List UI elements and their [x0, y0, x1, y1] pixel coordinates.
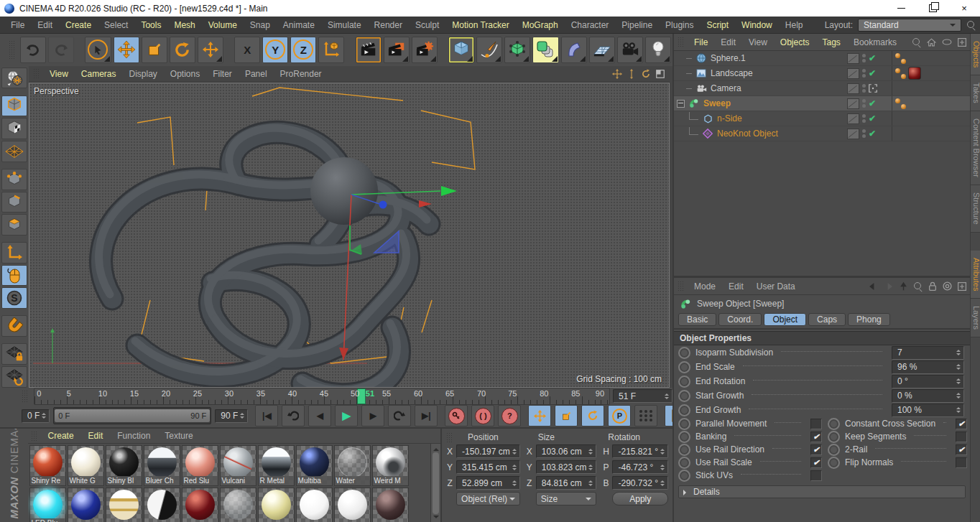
am-menu-userdata[interactable]: User Data [751, 281, 801, 292]
om-search-icon[interactable] [912, 37, 921, 47]
coordinate-system-button[interactable] [318, 37, 344, 63]
arrow-up-icon[interactable] [900, 281, 907, 291]
render-view-button[interactable] [356, 37, 382, 63]
goto-end-button[interactable]: ▶| [415, 405, 438, 427]
end-growth-field[interactable]: 100 % [892, 404, 964, 417]
material-menu-texture[interactable]: Texture [158, 431, 199, 441]
move-tool-button[interactable] [114, 37, 139, 63]
material-tile[interactable]: Bluer Ch [144, 445, 180, 486]
minimize-button[interactable] [885, 0, 917, 17]
object-row-nside[interactable]: n-Side ✔ [674, 111, 970, 126]
end-rotation-field[interactable]: 0 ° [892, 375, 964, 388]
add-camera-button[interactable] [617, 37, 643, 63]
anim-knob[interactable] [678, 431, 690, 443]
tab-basic[interactable]: Basic [678, 313, 716, 326]
tab-coord[interactable]: Coord. [718, 313, 762, 326]
keep-segments-checkbox[interactable] [956, 432, 967, 442]
visibility-dots[interactable] [862, 69, 866, 78]
key-parameter-toggle[interactable]: P [608, 405, 631, 427]
use-rail-scale-checkbox[interactable]: ✔ [810, 457, 822, 468]
eye-icon[interactable] [942, 39, 952, 45]
redo-button[interactable] [48, 37, 74, 63]
material-tile[interactable]: Vulcani [220, 445, 256, 486]
autokey-button[interactable]: ( ) [471, 405, 494, 427]
flip-normals-checkbox[interactable] [956, 457, 967, 468]
tab-structure[interactable]: Structure [971, 185, 980, 233]
size-x-field[interactable]: 103.06 cm [536, 444, 597, 458]
enabled-check-icon[interactable]: ✔ [869, 98, 876, 108]
menu-tools[interactable]: Tools [134, 20, 167, 30]
menu-create[interactable]: Create [59, 20, 98, 30]
end-scale-field[interactable]: 96 % [892, 360, 964, 374]
preview-range-slider[interactable]: 0 F 90 F [53, 407, 211, 424]
range-end-field[interactable]: 90 F [215, 409, 248, 423]
tab-attributes[interactable]: Attributes [971, 251, 980, 299]
rotation-b-field[interactable]: -290.732 ° [612, 476, 668, 490]
anim-knob[interactable] [678, 404, 690, 416]
am-menu-mode[interactable]: Mode [688, 281, 721, 292]
material-drag-handle[interactable] [31, 431, 38, 441]
material-tile[interactable] [372, 488, 409, 522]
home-icon[interactable] [927, 38, 936, 47]
x-axis-lock-button[interactable]: X [234, 37, 260, 63]
edit-toggle[interactable] [847, 129, 859, 139]
om-menu-file[interactable]: File [688, 37, 713, 47]
add-cube-button[interactable] [448, 37, 474, 63]
om-menu-view[interactable]: View [743, 37, 773, 47]
add-floor-button[interactable] [589, 37, 615, 63]
keyframe-selection-button[interactable]: ? [498, 405, 521, 427]
position-y-field[interactable]: 315.415 cm [456, 460, 520, 474]
material-tile[interactable]: Water [334, 445, 371, 486]
rotation-h-field[interactable]: -215.821 ° [612, 444, 668, 458]
viewport-menu-options[interactable]: Options [165, 69, 205, 79]
collapse-toggle-icon[interactable] [677, 100, 685, 108]
size-z-field[interactable]: 84.816 cm [536, 476, 597, 490]
history-forward-icon[interactable] [884, 282, 894, 291]
position-z-field[interactable]: 52.899 cm [456, 476, 520, 490]
material-tile[interactable] [144, 488, 180, 522]
texture-mode-button[interactable] [1, 118, 27, 139]
add-panel-icon[interactable] [958, 38, 966, 47]
rotate-view-icon[interactable] [641, 69, 651, 79]
tab-layers[interactable]: Layers [971, 299, 980, 337]
timeline-ruler[interactable]: 0 5 10 15 20 25 30 35 40 45 50 51 55 60 … [34, 388, 610, 405]
undo-button[interactable] [20, 37, 46, 63]
current-frame-field[interactable]: 51 F [613, 389, 672, 403]
toolbar-drag-handle[interactable] [9, 40, 16, 59]
anim-knob[interactable] [828, 444, 840, 456]
key-scale-toggle[interactable] [555, 405, 578, 427]
menu-motion-tracker[interactable]: Motion Tracker [445, 20, 515, 30]
coordinate-mode-dropdown[interactable]: Object (Rel) [456, 492, 520, 505]
tab-objects[interactable]: Objects [971, 34, 980, 75]
next-key-button[interactable] [388, 405, 411, 427]
z-axis-lock-button[interactable]: Z [290, 37, 316, 63]
workplane-mode-button[interactable] [1, 141, 27, 162]
object-row-sphere[interactable]: Sphere.1 ✔ [674, 51, 970, 66]
layout-dropdown[interactable]: Standard [858, 19, 961, 32]
parallel-movement-checkbox[interactable] [810, 419, 822, 429]
anim-knob[interactable] [678, 361, 690, 373]
viewport-menu-filter[interactable]: Filter [207, 69, 238, 79]
key-rotation-toggle[interactable] [581, 405, 604, 427]
material-tile[interactable] [182, 488, 218, 522]
goto-start-button[interactable]: |◀ [255, 405, 278, 427]
menu-sculpt[interactable]: Sculpt [409, 20, 445, 30]
menu-script[interactable]: Script [700, 20, 735, 30]
make-editable-button[interactable] [1, 67, 27, 89]
material-tile[interactable]: Shiny Re [29, 445, 66, 486]
material-tile[interactable]: Shiny Bl [106, 445, 142, 486]
size-mode-dropdown[interactable]: Size [536, 492, 597, 505]
add-light-button[interactable] [645, 37, 671, 63]
am-search-icon[interactable] [913, 281, 923, 291]
viewport-menu-panel[interactable]: Panel [239, 69, 273, 79]
visibility-dots[interactable] [862, 54, 866, 62]
details-section-toggle[interactable]: Details [678, 485, 966, 498]
menu-edit[interactable]: Edit [31, 20, 59, 30]
phong-tag-icon[interactable] [895, 68, 906, 79]
viewport-drag-handle[interactable] [33, 68, 40, 80]
render-picture-viewer-button[interactable] [384, 37, 410, 63]
size-y-field[interactable]: 103.823 cm [536, 460, 597, 474]
pan-view-icon[interactable] [612, 69, 622, 79]
anim-knob[interactable] [678, 376, 690, 388]
om-menu-bookmarks[interactable]: Bookmarks [848, 37, 902, 47]
